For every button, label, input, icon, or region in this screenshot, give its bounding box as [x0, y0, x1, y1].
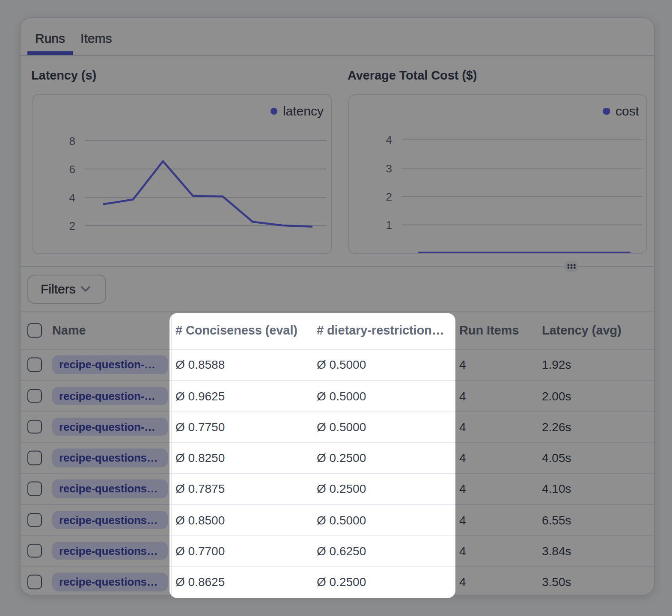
page: Runs Items Latency (s) Average Total Cos… [0, 0, 672, 616]
spotlight-highlight: Name # Conciseness (eval) # dietary-rest… [169, 313, 455, 598]
runs-table: Name # Conciseness (eval) # dietary-rest… [169, 313, 455, 598]
